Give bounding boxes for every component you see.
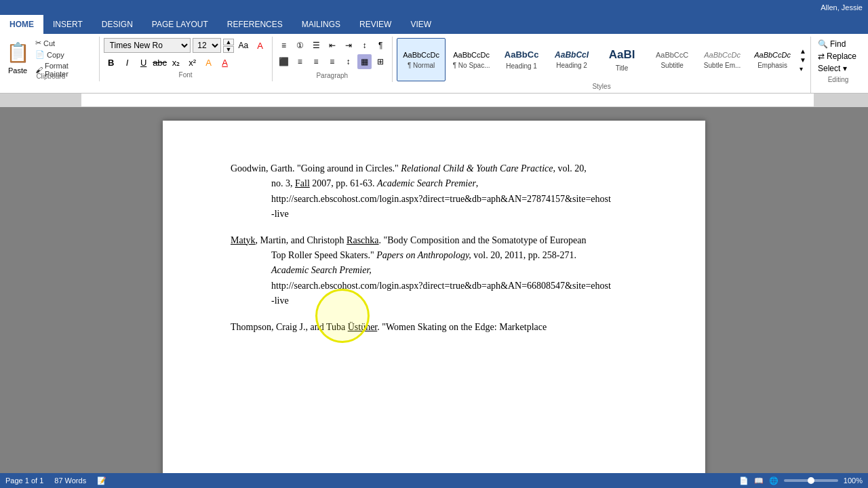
style-heading2[interactable]: AaBbCcI Heading 2 [547,38,596,81]
document-page: Goodwin, Garth. "Going around in Circles… [163,121,705,473]
zoom-slider[interactable] [784,479,838,482]
style-title-preview: AaBI [609,47,635,62]
style-no-spacing[interactable]: AaBbCcDc ¶ No Spac... [447,38,496,81]
change-case-button[interactable]: Aa [236,38,251,53]
font-size-increase-button[interactable]: ▲ [223,39,234,45]
select-label: Select ▾ [818,64,847,73]
borders-button[interactable]: ⊞ [373,54,388,69]
replace-label: Replace [827,52,856,61]
styles-scroll-down[interactable]: ▼ [800,56,806,64]
italic-button[interactable]: I [120,55,135,70]
status-right: 📄 📖 🌐 100% [739,476,863,485]
reference-1-first-line: Goodwin, Garth. "Going around in Circles… [231,161,637,176]
font-size-decrease-button[interactable]: ▼ [223,46,234,53]
subscript-button[interactable]: x₂ [169,55,184,70]
tab-references[interactable]: REFERENCES [218,15,292,34]
align-right-button[interactable]: ≡ [309,54,323,69]
paste-icon: 📋 [5,38,30,66]
clear-formatting-button[interactable]: A [253,38,268,53]
matyk-link[interactable]: Matyk [231,235,256,245]
paragraph-row2: ⬛ ≡ ≡ ≡ ↕ ▦ ⊞ [277,54,389,69]
style-title[interactable]: AaBI Title [597,38,646,81]
bold-button[interactable]: B [104,55,119,70]
style-normal[interactable]: AaBbCcDc ¶ Normal [397,38,446,81]
editing-group: 🔍 Find ⇄ Replace Select ▾ Editing [811,37,865,86]
underline-button[interactable]: U [136,55,151,70]
reference-1: Goodwin, Garth. "Going around in Circles… [231,161,637,222]
reference-3-first-line: Thompson, Craig J., and Tuba Üstüner. "W… [231,320,637,335]
style-no-spacing-label: ¶ No Spac... [453,62,490,69]
font-group: Times New Ro 12 ▲ ▼ Aa A B I U abc x₂ x²… [100,37,273,81]
word-count: 87 Words [54,476,86,485]
superscript-button[interactable]: x² [185,55,200,70]
text-highlight-button[interactable]: A [201,55,216,70]
font-color-button[interactable]: A [218,55,233,70]
tab-mailings[interactable]: MAILINGS [292,15,350,34]
document-text[interactable]: Goodwin, Garth. "Going around in Circles… [231,161,637,335]
style-subtle-em-preview: AaBbCcDc [704,50,741,60]
paragraph-row1: ≡ ① ☰ ⇤ ⇥ ↕ ¶ [277,38,389,53]
tab-view[interactable]: VIEW [401,15,441,34]
font-size-select[interactable]: 12 [193,38,221,53]
cut-icon: ✂ [35,39,41,47]
page-indicator: Page 1 of 1 [5,476,43,485]
align-left-button[interactable]: ⬛ [277,54,292,69]
cut-label: Cut [43,39,55,47]
style-heading1-preview: AaBbCc [505,49,539,61]
style-emphasis-preview: AaBbCcDc [754,50,791,60]
decrease-indent-button[interactable]: ⇤ [325,38,340,53]
ustuner-link[interactable]: Üstüner [348,322,378,332]
zoom-thumb [808,477,814,484]
select-button[interactable]: Select ▾ [815,62,861,75]
tab-page-layout[interactable]: PAGE LAYOUT [142,15,218,34]
style-subtitle-label: Subtitle [660,62,683,69]
paragraph-group-label: Paragraph [277,70,389,79]
style-heading1[interactable]: AaBbCc Heading 1 [497,38,546,81]
find-label: Find [830,39,846,49]
ruler [0,94,868,107]
style-emphasis[interactable]: AaBbCcDc Emphasis [748,38,797,81]
style-heading1-label: Heading 1 [506,62,537,70]
view-print-icon[interactable]: 📄 [739,476,749,485]
styles-more[interactable]: ▾ [800,65,806,73]
ruler-white-area [81,94,814,106]
style-heading2-label: Heading 2 [556,62,587,69]
view-read-icon[interactable]: 📖 [754,476,764,485]
style-subtle-em[interactable]: AaBbCcDc Subtle Em... [698,38,747,81]
styles-gallery: AaBbCcDc ¶ Normal AaBbCcDc ¶ No Spac... … [397,38,806,81]
ruler-right-margin [814,94,868,106]
sort-button[interactable]: ↕ [357,38,372,53]
numbering-button[interactable]: ① [292,38,307,53]
copy-button[interactable]: 📄 Copy [34,49,95,60]
show-hide-button[interactable]: ¶ [373,38,388,53]
shading-button[interactable]: ▦ [357,54,372,69]
reference-2-first-line: Matyk, Martin, and Christoph Raschka. "B… [231,233,637,248]
copy-icon: 📄 [35,50,45,59]
line-spacing-button[interactable]: ↕ [341,54,356,69]
styles-group-label: Styles [397,81,806,90]
paragraph-group: ≡ ① ☰ ⇤ ⇥ ↕ ¶ ⬛ ≡ ≡ ≡ ↕ ▦ ⊞ Paragraph [273,37,393,82]
raschka-link[interactable]: Raschka [347,235,378,245]
bullets-button[interactable]: ≡ [277,38,292,53]
styles-scroll-up[interactable]: ▲ [800,47,806,55]
styles-group: AaBbCcDc ¶ Normal AaBbCcDc ¶ No Spac... … [393,37,811,93]
tab-review[interactable]: REVIEW [350,15,401,34]
increase-indent-button[interactable]: ⇥ [341,38,356,53]
find-icon: 🔍 [818,39,828,49]
strikethrough-button[interactable]: abc [153,55,167,70]
fall-link[interactable]: Fall [295,178,310,188]
clipboard-group: 📋 Paste ✂ Cut 📄 Copy 🖌 Format Painter Cl… [3,37,100,81]
replace-button[interactable]: ⇄ Replace [815,50,861,62]
align-center-button[interactable]: ≡ [292,54,307,69]
tab-insert[interactable]: INSERT [43,15,92,34]
justify-button[interactable]: ≡ [325,54,340,69]
tab-design[interactable]: DESIGN [92,15,142,34]
font-name-select[interactable]: Times New Ro [104,38,191,53]
track-changes-icon: 📝 [97,476,106,485]
tab-home[interactable]: HOME [0,15,43,34]
multilevel-list-button[interactable]: ☰ [309,38,323,53]
view-web-icon[interactable]: 🌐 [769,476,778,485]
style-subtitle[interactable]: AaBbCcC Subtitle [648,38,696,81]
find-button[interactable]: 🔍 Find [815,38,861,50]
cut-button[interactable]: ✂ Cut [34,38,95,48]
